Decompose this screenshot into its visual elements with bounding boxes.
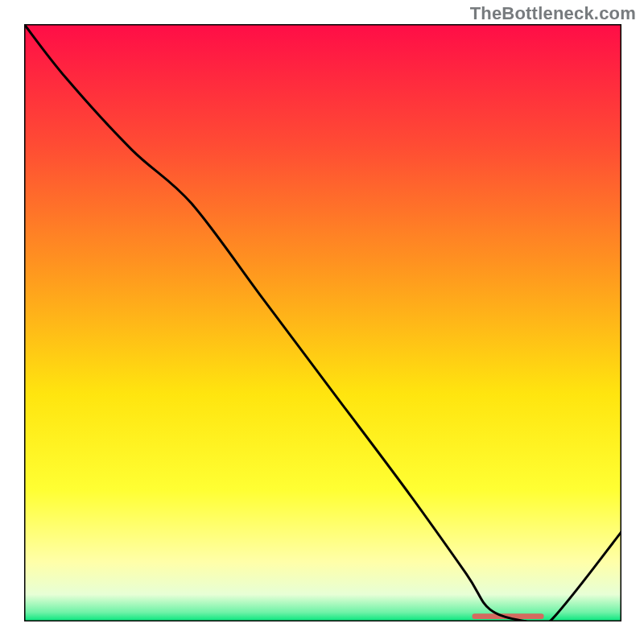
bottleneck-chart	[24, 24, 621, 621]
chart-stage: TheBottleneck.com	[0, 0, 644, 644]
watermark-text: TheBottleneck.com	[470, 3, 636, 24]
plot-background	[24, 24, 621, 621]
